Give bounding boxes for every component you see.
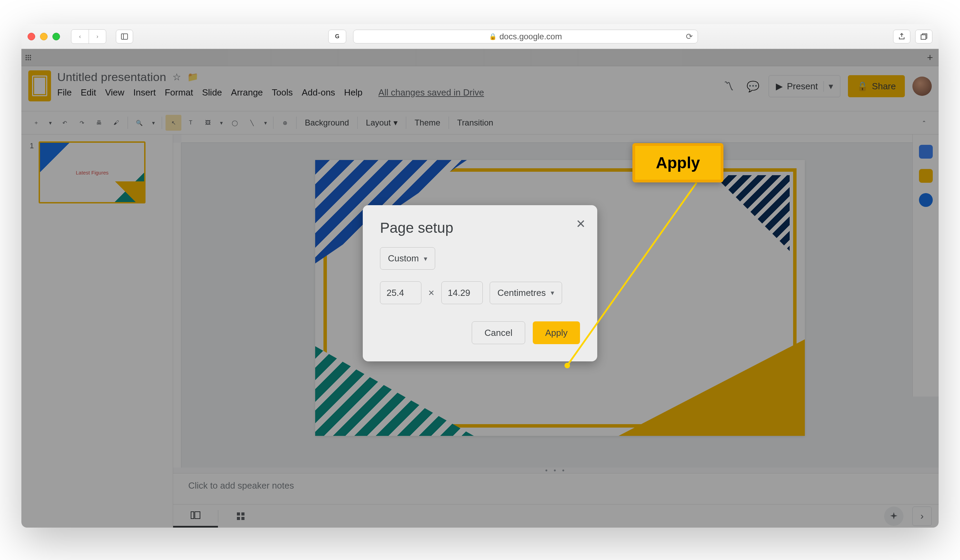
dimensions-row: × Centimetres ▾ bbox=[380, 282, 580, 304]
preset-dropdown[interactable]: Custom ▾ bbox=[380, 247, 435, 270]
chevron-down-icon: ▾ bbox=[551, 289, 554, 297]
times-icon: × bbox=[428, 287, 435, 299]
forward-button[interactable]: › bbox=[89, 30, 106, 43]
units-value: Centimetres bbox=[498, 288, 546, 298]
sidebar-toggle-button[interactable] bbox=[116, 30, 133, 43]
address-bar[interactable]: 🔒 docs.google.com ⟳ bbox=[353, 30, 698, 43]
preset-value: Custom bbox=[388, 253, 419, 264]
height-input[interactable] bbox=[442, 282, 483, 304]
lock-icon: 🔒 bbox=[489, 33, 496, 40]
cancel-button[interactable]: Cancel bbox=[472, 322, 525, 344]
apply-button[interactable]: Apply bbox=[533, 322, 580, 344]
svg-rect-0 bbox=[122, 34, 128, 39]
browser-window: ‹ › G 🔒 docs.google.com ⟳ bbox=[21, 24, 939, 528]
dialog-buttons: Cancel Apply bbox=[380, 322, 580, 344]
share-icon bbox=[898, 32, 906, 41]
chevron-down-icon: ▾ bbox=[424, 254, 427, 263]
tabs-button[interactable] bbox=[915, 30, 933, 43]
callout-annotation: Apply bbox=[632, 143, 723, 182]
close-window-button[interactable] bbox=[27, 33, 35, 40]
dialog-title: Page setup bbox=[380, 220, 580, 236]
width-input[interactable] bbox=[380, 282, 421, 304]
maximize-window-button[interactable] bbox=[53, 33, 60, 40]
share-browser-button[interactable] bbox=[893, 30, 910, 43]
url-text: docs.google.com bbox=[499, 32, 562, 42]
nav-buttons: ‹ › bbox=[71, 29, 106, 44]
svg-rect-2 bbox=[921, 35, 926, 39]
callout-label: Apply bbox=[632, 143, 723, 182]
minimize-window-button[interactable] bbox=[40, 33, 48, 40]
browser-right-controls bbox=[893, 30, 933, 43]
page-setup-dialog: Page setup ✕ Custom ▾ × Centimetres ▾ Ca… bbox=[363, 205, 597, 362]
dialog-close-button[interactable]: ✕ bbox=[576, 217, 586, 231]
extension-button[interactable]: G bbox=[328, 30, 346, 43]
window-controls bbox=[27, 33, 60, 40]
units-dropdown[interactable]: Centimetres ▾ bbox=[490, 282, 562, 304]
back-button[interactable]: ‹ bbox=[71, 30, 89, 43]
reload-icon[interactable]: ⟳ bbox=[686, 32, 693, 42]
sidebar-icon bbox=[120, 32, 129, 41]
tabs-icon bbox=[920, 32, 928, 41]
browser-toolbar: ‹ › G 🔒 docs.google.com ⟳ bbox=[21, 24, 939, 49]
